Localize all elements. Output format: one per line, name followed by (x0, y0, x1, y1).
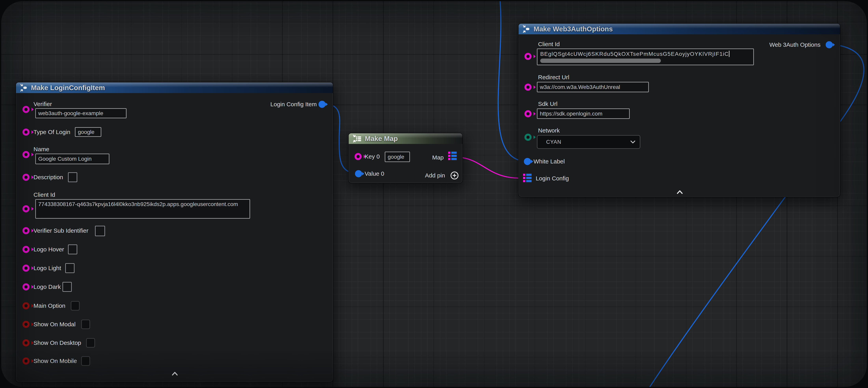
pin-label-logo-light: Logo Light (33, 265, 61, 272)
pin-label-redirect-url: Redirect Url (538, 74, 569, 81)
node-title: Make Web3AuthOptions (533, 25, 613, 33)
map-value-swatch (526, 177, 532, 179)
map-key-swatch (523, 174, 525, 176)
collapse-node-button[interactable] (675, 189, 684, 195)
pin-label-logo-dark: Logo Dark (33, 283, 61, 290)
pin-main-option[interactable] (23, 302, 30, 309)
verifier-input[interactable]: web3auth-google-example (35, 108, 127, 118)
pin-white-label[interactable] (524, 158, 531, 165)
blueprint-canvas[interactable]: Make LoginConfigItem Login Config Item V… (1, 1, 867, 387)
pin-web3auth-options-out[interactable] (826, 41, 833, 48)
chevron-down-icon (630, 140, 636, 144)
show-on-mobile-checkbox[interactable] (81, 356, 90, 366)
pin-logo-light[interactable] (23, 265, 30, 272)
map-value-swatch (526, 180, 532, 182)
pin-network[interactable] (524, 134, 532, 141)
node-title: Make LoginConfigItem (31, 84, 105, 92)
pin-type-of-login[interactable] (23, 128, 30, 136)
name-input[interactable]: Google Custom Login (35, 154, 110, 164)
pin-map-out[interactable] (448, 152, 457, 160)
pin-label-type-of-login: Type Of Login (33, 128, 70, 136)
node-title: Make Map (365, 135, 398, 143)
logo-light-input[interactable] (65, 263, 74, 273)
pin-show-on-modal[interactable] (23, 321, 30, 328)
pin-label-client-id: Client Id (538, 40, 560, 48)
make-struct-icon (19, 83, 28, 92)
pin-login-config[interactable] (523, 174, 532, 182)
pin-label-name: Name (33, 146, 49, 153)
pin-client-id[interactable] (524, 53, 532, 60)
sdk-url-input[interactable]: https://sdk.openlogin.com (537, 109, 630, 119)
pin-logo-dark[interactable] (23, 283, 30, 290)
pin-label-show-on-modal: Show On Modal (33, 321, 75, 328)
text-caret (729, 51, 730, 57)
pin-verifier-sub-identifier[interactable] (23, 227, 30, 234)
pin-label-login-config: Login Config (536, 175, 569, 182)
show-on-modal-checkbox[interactable] (81, 320, 90, 329)
pin-label-show-on-mobile: Show On Mobile (33, 357, 77, 364)
map-key-swatch (448, 158, 451, 160)
redirect-url-input[interactable]: w3a://com.w3a.Web3AuthUnreal (537, 82, 649, 92)
map-key-swatch (448, 155, 451, 157)
pin-label-value0: Value 0 (365, 170, 384, 177)
make-struct-icon (522, 25, 531, 33)
map-value-swatch (451, 158, 457, 160)
client-id-hscrollbar[interactable] (540, 59, 661, 63)
output-label-map: Map (432, 154, 444, 161)
pin-sdk-url[interactable] (524, 110, 532, 117)
description-input[interactable] (68, 172, 77, 182)
pin-show-on-mobile[interactable] (23, 357, 30, 364)
verifier-sub-identifier-input[interactable] (95, 226, 105, 236)
pin-label-description: Description (33, 174, 63, 181)
logo-dark-input[interactable] (62, 282, 72, 292)
pin-label-client-id: Client Id (33, 191, 55, 198)
wire-map-to-loginconfig[interactable] (458, 157, 522, 178)
pin-logo-hover[interactable] (23, 246, 30, 253)
add-pin-label: Add pin (425, 172, 445, 179)
pin-description[interactable] (23, 174, 30, 181)
pin-label-verifier-sub-identifier: Verifier Sub Identifier (33, 227, 88, 234)
main-option-checkbox[interactable] (71, 301, 80, 310)
node-header-make-web3authoptions[interactable]: Make Web3AuthOptions (519, 24, 840, 34)
pin-label-main-option: Main Option (33, 302, 65, 309)
type-of-login-input[interactable]: google (75, 127, 101, 137)
key0-input[interactable]: google (385, 152, 410, 162)
node-make-loginconfigitem[interactable]: Make LoginConfigItem Login Config Item V… (16, 82, 333, 382)
pin-show-on-desktop[interactable] (23, 339, 30, 347)
pin-label-key0: Key 0 (365, 153, 380, 160)
pin-value0[interactable] (355, 170, 362, 177)
output-label-login-config-item: Login Config Item (271, 101, 317, 108)
pin-login-config-item-out[interactable] (318, 101, 326, 108)
output-label-web3auth-options: Web 3Auth Options (769, 41, 820, 48)
pin-name[interactable] (23, 151, 30, 158)
show-on-desktop-checkbox[interactable] (86, 338, 95, 348)
pin-label-white-label: White Label (533, 158, 565, 165)
client-id-value: BEglQSgt4cUWcj6SKRdu5QkOXTsePmMcusG5EAoy… (540, 51, 728, 57)
map-value-swatch (451, 152, 457, 154)
client-id-input[interactable]: BEglQSgt4cUWcj6SKRdu5QkOXTsePmMcusG5EAoy… (537, 49, 754, 65)
pin-label-sdk-url: Sdk Url (538, 100, 557, 108)
node-header-make-loginconfigitem[interactable]: Make LoginConfigItem (16, 82, 333, 93)
network-dropdown[interactable]: CYAN (537, 135, 640, 149)
pin-key0[interactable] (354, 153, 362, 160)
pin-client-id[interactable] (23, 205, 30, 212)
map-key-swatch (448, 152, 451, 154)
map-key-swatch (523, 177, 525, 179)
pin-redirect-url[interactable] (524, 84, 532, 91)
pin-label-logo-hover: Logo Hover (33, 246, 64, 253)
pin-label-network: Network (538, 127, 560, 134)
map-value-swatch (451, 155, 457, 157)
network-selected-value: CYAN (546, 139, 561, 145)
pin-verifier[interactable] (23, 106, 30, 113)
pin-label-show-on-desktop: Show On Desktop (33, 339, 81, 347)
map-value-swatch (526, 174, 532, 176)
map-key-swatch (523, 180, 525, 182)
logo-hover-input[interactable] (68, 244, 77, 254)
pin-label-verifier: Verifier (33, 100, 52, 108)
node-make-map[interactable]: Make Map Key 0 google Value 0 Map Add pi… (348, 133, 463, 183)
client-id-input[interactable]: 774338308167-q463s7kpvja16l4l0kko3nb925i… (35, 199, 250, 219)
node-header-make-map[interactable]: Make Map (349, 133, 462, 144)
node-make-web3authoptions[interactable]: Make Web3AuthOptions Web 3Auth Options C… (518, 23, 840, 197)
collapse-node-button[interactable] (170, 371, 180, 377)
add-pin-button[interactable] (451, 172, 459, 179)
